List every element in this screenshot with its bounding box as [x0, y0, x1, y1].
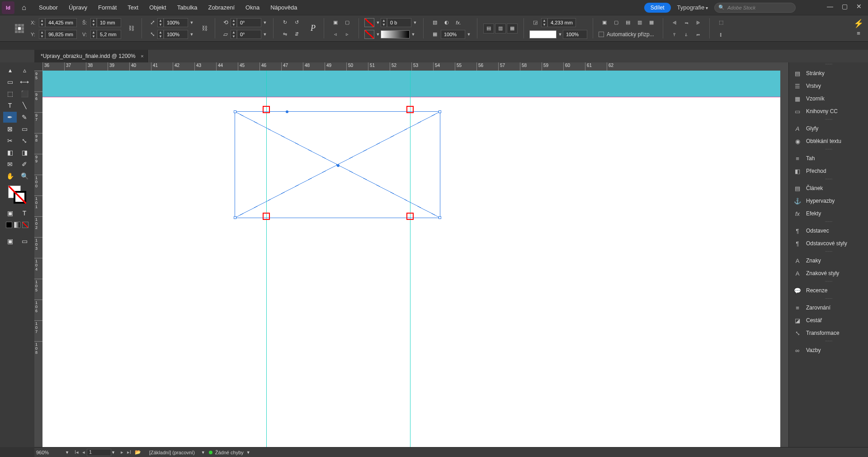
align-left-icon[interactable]: ⫷: [669, 18, 680, 28]
fill-prop-icon[interactable]: ▥: [634, 18, 645, 28]
home-icon[interactable]: ⌂: [17, 4, 31, 12]
opacity-icon[interactable]: ◐: [441, 18, 452, 28]
opacity-dd[interactable]: ▼: [466, 32, 472, 37]
paper-dd[interactable]: ▼: [557, 32, 563, 37]
page-last-icon[interactable]: ▸I: [125, 449, 133, 455]
window-close-icon[interactable]: ✕: [852, 3, 866, 13]
scrollbar-vertical[interactable]: [780, 71, 788, 447]
apply-gradient-icon[interactable]: [14, 222, 20, 228]
type-tool[interactable]: T: [3, 100, 17, 111]
corner-stepper[interactable]: ▲▼: [541, 18, 547, 27]
panel-story[interactable]: ▤Článek: [789, 182, 868, 195]
menu-object[interactable]: Objekt: [144, 0, 172, 15]
quick-apply-icon[interactable]: ⚡: [854, 19, 863, 29]
select-content-icon[interactable]: ▢: [342, 18, 353, 28]
panel-stroke[interactable]: ≡Tah: [789, 152, 868, 165]
rotate-stepper[interactable]: ▲▼: [231, 18, 237, 27]
view-mode-preview-icon[interactable]: ▭: [18, 236, 31, 247]
stroke-weight-dd[interactable]: ▼: [412, 20, 418, 25]
page-prev-icon[interactable]: ◂: [80, 449, 87, 455]
scaley-stepper[interactable]: ▲▼: [157, 30, 164, 39]
zoom-dd[interactable]: ▼: [65, 450, 69, 455]
stroke-stepper[interactable]: ▲▼: [381, 18, 387, 27]
opacity2-field[interactable]: 100%: [563, 30, 587, 39]
align-vcenter-icon[interactable]: ⫰: [681, 29, 692, 39]
select-container-icon[interactable]: ▣: [330, 18, 341, 28]
panel-textwrap[interactable]: ◉Obtékání textu: [789, 135, 868, 148]
panel-effects[interactable]: fxEfekty: [789, 207, 868, 220]
gap-tool[interactable]: ⟷: [18, 76, 31, 87]
align-hcenter-icon[interactable]: ⫬: [681, 18, 692, 28]
constrain-wh-icon[interactable]: ⛓: [127, 25, 136, 32]
open-icon[interactable]: 📂: [133, 449, 143, 455]
panel-pathfinder[interactable]: ◪Cestář: [789, 314, 868, 327]
rotate-dd[interactable]: ▼: [262, 20, 268, 25]
flip-v-icon[interactable]: ⇵: [291, 29, 302, 39]
gradient-swatch-tool[interactable]: ◧: [3, 147, 17, 158]
fill-swatch[interactable]: [364, 18, 374, 27]
x-stepper[interactable]: ▲▼: [39, 18, 45, 27]
stroke-swatch[interactable]: [364, 30, 374, 39]
panel-review[interactable]: 💬Recenze: [789, 284, 868, 297]
apply-color-icon[interactable]: [6, 222, 12, 228]
panel-parastyles[interactable]: ¶Odstavcové styly: [789, 237, 868, 250]
eyedropper-tool[interactable]: ✐: [18, 159, 31, 170]
opacity-field[interactable]: 100%: [441, 30, 465, 39]
red-handle-ne[interactable]: [406, 106, 414, 113]
panel-paragraph[interactable]: ¶Odstavec: [789, 224, 868, 237]
document-tab[interactable]: *Upravy_obrazku_finale.indd @ 1200% ×: [34, 50, 148, 62]
frame-options-icon[interactable]: ⬚: [716, 18, 726, 28]
preflight-dd[interactable]: ▼: [201, 450, 205, 455]
stroke-style-icon[interactable]: [381, 30, 410, 38]
panel-gradient[interactable]: ◧Přechod: [789, 165, 868, 177]
fill-dd[interactable]: ▼: [375, 20, 381, 25]
content-collector-tool[interactable]: ⬚: [3, 88, 17, 99]
panel-glyphs[interactable]: AGlyfy: [789, 122, 868, 135]
panel-transform[interactable]: ⤡Transformace: [789, 327, 868, 339]
formatting-text-icon[interactable]: T: [18, 208, 31, 219]
select-prev-icon[interactable]: ◃: [330, 29, 341, 39]
view-mode-normal-icon[interactable]: ▣: [3, 236, 17, 247]
zoom-field[interactable]: 960%: [36, 450, 63, 455]
stroke-style-dd[interactable]: ▼: [410, 32, 416, 37]
h-field[interactable]: 5,2 mm: [97, 30, 121, 39]
handle-ne[interactable]: [439, 110, 441, 113]
preflight-profile[interactable]: [Základní] (pracovní): [149, 450, 195, 455]
fit-frame-icon[interactable]: ▢: [611, 18, 622, 28]
workspace-switcher[interactable]: Typografie: [677, 4, 708, 11]
flip-h-icon[interactable]: ⇋: [279, 29, 290, 39]
page-dd[interactable]: ▼: [111, 450, 115, 455]
scale-x-dd[interactable]: ▼: [189, 20, 194, 25]
wrap-bbox-icon[interactable]: ▥: [495, 24, 506, 33]
page-field[interactable]: 1: [87, 449, 111, 456]
panel-hyperlinks[interactable]: ⚓Hypervazby: [789, 195, 868, 207]
direct-selection-tool[interactable]: ▵: [18, 65, 31, 76]
fit-content-icon[interactable]: ▣: [599, 18, 610, 28]
shear-field[interactable]: 0°: [237, 30, 261, 39]
red-handle-sw[interactable]: [263, 213, 270, 220]
wrap-shape-icon[interactable]: ▦: [507, 24, 518, 33]
hand-tool[interactable]: ✋: [3, 171, 17, 181]
scale-x-field[interactable]: 100%: [164, 18, 188, 27]
center-content-icon[interactable]: ▦: [646, 18, 657, 28]
menu-view[interactable]: Zobrazení: [203, 0, 241, 15]
corner-icon[interactable]: ◲: [530, 18, 541, 28]
y-field[interactable]: 96,825 mm: [45, 30, 77, 39]
shear-stepper[interactable]: ▲▼: [231, 30, 237, 39]
window-maximize-icon[interactable]: ▢: [837, 3, 852, 13]
gradient-feather-tool[interactable]: ◨: [18, 147, 31, 158]
panel-charstyles[interactable]: AZnakové styly: [789, 267, 868, 280]
y-stepper[interactable]: ▲▼: [39, 30, 45, 39]
pencil-tool[interactable]: ✎: [18, 112, 31, 123]
w-stepper[interactable]: ▲▼: [90, 18, 97, 27]
fx-icon[interactable]: fx.: [453, 18, 464, 28]
control-menu-icon[interactable]: ≡: [854, 29, 863, 38]
stroke-dd[interactable]: ▼: [375, 32, 381, 37]
panel-character[interactable]: AZnaky: [789, 254, 868, 267]
zoom-tool[interactable]: 🔍: [18, 171, 31, 181]
panel-layers[interactable]: ☰Vrstvy: [789, 80, 868, 92]
formatting-container-icon[interactable]: ▣: [3, 208, 17, 219]
autofit-checkbox[interactable]: [599, 32, 604, 37]
menu-table[interactable]: Tabulka: [172, 0, 203, 15]
constrain-scale-icon[interactable]: ⛓: [200, 25, 209, 32]
